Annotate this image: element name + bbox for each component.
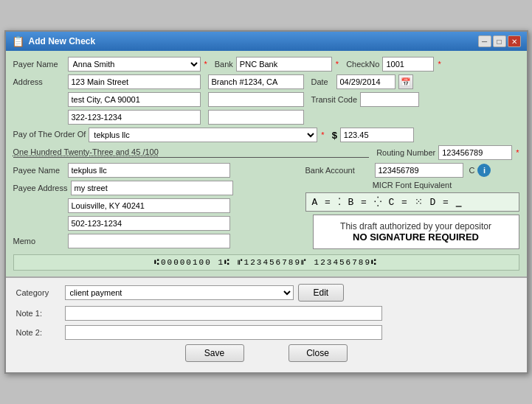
edit-button[interactable]: Edit (298, 284, 345, 302)
row-payee-address1: Payee Address (13, 181, 301, 195)
window-title: Add New Check (29, 36, 96, 46)
row-payer: Payer Name Anna Smith * Bank * CheckNo * (13, 57, 519, 72)
payer-name-select[interactable]: Anna Smith (68, 57, 201, 72)
bank-account-input[interactable] (375, 163, 463, 178)
routing-input[interactable] (438, 145, 512, 160)
payee-name-label: Payee Name (13, 166, 65, 175)
payer-required: * (204, 60, 207, 69)
payorder-required: * (321, 130, 324, 139)
titlebar: 📋 Add New Check ─ □ ✕ (6, 32, 527, 51)
row-amount-written: One Hundred Twenty-Three and 45 /100 Rou… (13, 145, 519, 160)
amount-input[interactable] (340, 128, 414, 142)
titlebar-controls: ─ □ ✕ (478, 35, 521, 47)
draft-line2: NO SIGNATURE REQUIRED (319, 231, 513, 243)
row-payee-address3 (13, 216, 301, 231)
row-micr-label: MICR Font Equivalent (305, 181, 519, 189)
payorder-label: Pay of The Order Of (13, 130, 86, 139)
payorder-select[interactable]: tekplus llc (89, 128, 317, 142)
address3-input[interactable] (68, 110, 201, 125)
close-window-button[interactable]: ✕ (508, 35, 521, 47)
branch-input[interactable] (208, 74, 304, 89)
payee-address3-input[interactable] (68, 216, 230, 231)
save-button[interactable]: Save (185, 344, 244, 362)
main-window: 📋 Add New Check ─ □ ✕ Payer Name Anna Sm… (4, 30, 528, 374)
address-label: Address (13, 77, 65, 86)
micr-font-display: A = ⁚ B = ⁛ C = ⁙ D = ‗ (305, 192, 519, 212)
amount-written-text: One Hundred Twenty-Three and 45 /100 (13, 147, 370, 158)
address2-input[interactable] (68, 92, 201, 107)
date-input[interactable] (336, 74, 395, 89)
right-section: Bank Account C i MICR Font Equivalent A … (305, 163, 519, 251)
payee-name-input[interactable] (68, 163, 230, 178)
info-button[interactable]: i (477, 164, 491, 177)
note2-label: Note 2: (16, 328, 61, 337)
transit-input[interactable] (360, 92, 419, 107)
row-payorder: Pay of The Order Of tekplus llc * $ (13, 128, 519, 142)
c-label: C (469, 166, 475, 175)
bank-input[interactable] (236, 57, 332, 72)
memo-input[interactable] (68, 234, 230, 248)
minimize-button[interactable]: ─ (478, 35, 491, 47)
row-memo: Memo (13, 234, 301, 248)
category-label: Category (16, 288, 61, 297)
row-payee-address2 (13, 198, 301, 213)
row-bank-account: Payee Name (13, 163, 301, 178)
row-buttons: Save Close (16, 344, 517, 362)
window-icon: 📋 (12, 35, 24, 47)
note1-label: Note 1: (16, 309, 61, 318)
row-bank-acct: Bank Account C i (305, 163, 519, 178)
micr-bar: ⑆00000100 1⑆ ⑈123456789⑈ 123456789⑆ (13, 254, 519, 271)
checkno-required: * (438, 60, 441, 69)
payee-address-label: Payee Address (13, 184, 68, 192)
payee-address1-input[interactable] (71, 181, 233, 195)
note2-input[interactable] (65, 325, 382, 340)
row-address2: Transit Code (13, 92, 519, 107)
date-label: Date (311, 77, 334, 86)
close-button[interactable]: Close (289, 344, 348, 362)
row-note1: Note 1: (16, 306, 517, 321)
routing-label: Routing Number (376, 148, 435, 157)
transit-label: Transit Code (311, 95, 358, 104)
payee-address2-input[interactable] (68, 198, 230, 213)
row-note2: Note 2: (16, 325, 517, 340)
row-address1: Address Date 📅 (13, 74, 519, 89)
row-address3 (13, 110, 519, 125)
bank-label: Bank (215, 60, 233, 69)
draft-notice: This draft authorized by your depositor … (313, 215, 519, 249)
memo-label: Memo (13, 237, 65, 245)
note1-input[interactable] (65, 306, 382, 321)
payer-name-label: Payer Name (13, 60, 65, 69)
dollar-sign: $ (332, 130, 337, 141)
checkno-input[interactable] (382, 57, 434, 72)
micr-label: MICR Font Equivalent (305, 181, 519, 189)
routing-required: * (516, 148, 519, 157)
bank-account-label: Bank Account (305, 166, 372, 175)
bank-required: * (336, 60, 339, 69)
category-select[interactable]: client payment (65, 285, 294, 300)
bottom-area: Category client payment Edit Note 1: Not… (6, 278, 527, 372)
titlebar-left: 📋 Add New Check (12, 35, 96, 47)
calendar-button[interactable]: 📅 (398, 74, 413, 89)
maximize-button[interactable]: □ (493, 35, 506, 47)
left-section: Payee Name Payee Address (13, 163, 301, 251)
address3b-input[interactable] (208, 110, 304, 125)
draft-line1: This draft authorized by your depositor (319, 221, 513, 231)
row-category: Category client payment Edit (16, 284, 517, 302)
address1-input[interactable] (68, 74, 201, 89)
checkno-label: CheckNo (346, 60, 379, 69)
check-area: Payer Name Anna Smith * Bank * CheckNo *… (6, 51, 527, 278)
address2b-input[interactable] (208, 92, 304, 107)
